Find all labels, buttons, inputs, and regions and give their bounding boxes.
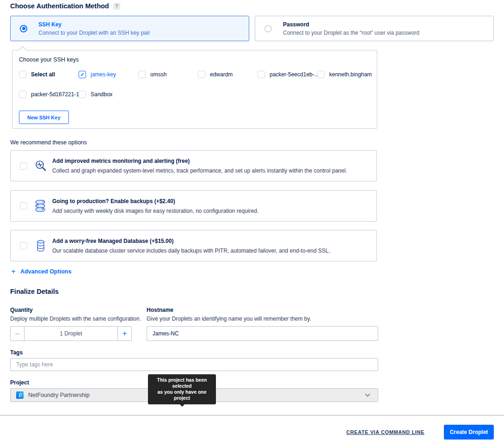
help-icon[interactable]: ? xyxy=(113,3,120,10)
checkbox-omssh[interactable] xyxy=(138,71,146,78)
checkbox-james-key[interactable] xyxy=(79,71,86,78)
checkbox-edwardm[interactable] xyxy=(198,71,205,78)
checkbox-sandbox[interactable] xyxy=(79,91,86,98)
quantity-increment-button[interactable]: + xyxy=(117,327,131,341)
ssh-key-sandbox[interactable]: Sandbox xyxy=(79,91,138,98)
option-card-backups[interactable]: Going to production? Enable backups (+$2… xyxy=(10,190,377,222)
ssh-key-grid: Select all james-key omssh edwardm packe… xyxy=(19,71,370,98)
netfoundry-logo-icon xyxy=(16,391,24,399)
checkbox-packer-5d167221[interactable] xyxy=(19,91,26,98)
password-title: Password xyxy=(283,21,419,28)
backups-description: Add security with weekly disk images for… xyxy=(52,208,258,214)
ssh-key-packer-5d167221[interactable]: packer-5d167221-1... xyxy=(19,91,79,98)
ssh-keys-label: Choose your SSH keys xyxy=(19,56,370,63)
metrics-monitoring-icon xyxy=(33,160,49,172)
create-via-command-line-link[interactable]: CREATE VIA COMMAND LINE xyxy=(346,429,424,435)
ssh-key-packer-5eecd1eb[interactable]: packer-5eecd1eb-... xyxy=(258,71,317,78)
project-tooltip: This project has been selected as you on… xyxy=(148,374,216,404)
tags-block: Tags xyxy=(10,349,504,371)
monitoring-description: Collect and graph expanded system-level … xyxy=(52,167,347,174)
checkbox-select-all[interactable] xyxy=(19,71,26,78)
quantity-description: Deploy multiple Droplets with the same c… xyxy=(10,316,147,322)
recommendations-label: We recommend these options xyxy=(10,139,504,146)
radio-password[interactable] xyxy=(264,25,272,32)
ssh-key-title: SSH Key xyxy=(38,21,150,28)
tooltip-line-1: This project has been selected xyxy=(152,377,212,389)
quantity-label: Quantity xyxy=(10,307,147,313)
quantity-decrement-button[interactable]: – xyxy=(11,327,25,341)
plus-icon: + xyxy=(11,268,16,275)
finalize-details-title: Finalize Details xyxy=(10,288,504,295)
ssh-key-description: Connect to your Droplet with an SSH key … xyxy=(38,30,150,36)
ssh-key-kenneth-bingham[interactable]: kenneth.bingham xyxy=(317,71,377,78)
advanced-options-toggle[interactable]: + Advanced Options xyxy=(11,268,504,275)
checkbox-packer-5eecd1eb[interactable] xyxy=(258,71,265,78)
tags-label: Tags xyxy=(10,349,504,356)
auth-option-ssh-key[interactable]: SSH Key Connect to your Droplet with an … xyxy=(10,16,249,41)
checkbox-kenneth-bingham[interactable] xyxy=(317,71,325,78)
auth-heading-row: Choose Authentication Method ? xyxy=(10,2,504,10)
ssh-key-select-all[interactable]: Select all xyxy=(19,71,79,78)
auth-method-row: SSH Key Connect to your Droplet with an … xyxy=(10,16,494,41)
ssh-key-edwardm[interactable]: edwardm xyxy=(198,71,258,78)
hostname-label: Hostname xyxy=(147,307,378,313)
managed-database-description: Our scalable database cluster service in… xyxy=(52,248,330,254)
chevron-down-icon xyxy=(365,391,370,396)
tags-input[interactable] xyxy=(10,358,378,371)
ssh-key-omssh[interactable]: omssh xyxy=(138,71,198,78)
auth-section-title: Choose Authentication Method xyxy=(10,2,109,10)
option-card-managed-database[interactable]: Add a worry-free Managed Database (+$15.… xyxy=(10,230,377,261)
checkbox-monitoring[interactable] xyxy=(20,162,27,170)
checkbox-managed-database[interactable] xyxy=(20,242,27,249)
quantity-value: 1 Droplet xyxy=(25,327,117,341)
panel-notch xyxy=(19,46,27,54)
monitoring-title: Add improved metrics monitoring and aler… xyxy=(52,158,347,164)
project-block: Project NetFoundry Partnership xyxy=(10,379,504,402)
tooltip-line-2: as you only have one project xyxy=(152,389,212,401)
backups-title: Going to production? Enable backups (+$2… xyxy=(52,198,258,204)
finalize-grid: Quantity Deploy multiple Droplets with t… xyxy=(10,307,504,341)
auth-option-password[interactable]: Password Connect to your Droplet as the … xyxy=(255,16,494,41)
quantity-stepper: – 1 Droplet + xyxy=(10,326,132,341)
hostname-description: Give your Droplets an identifying name y… xyxy=(147,316,378,322)
backups-icon xyxy=(33,198,49,213)
password-description: Connect to your Droplet as the “root” us… xyxy=(283,30,419,36)
radio-ssh-key[interactable] xyxy=(20,25,27,32)
create-droplet-page: Choose Authentication Method ? SSH Key C… xyxy=(0,2,504,446)
managed-database-title: Add a worry-free Managed Database (+$15.… xyxy=(52,238,330,244)
advanced-options-label: Advanced Options xyxy=(20,268,71,275)
hostname-input[interactable] xyxy=(147,326,378,341)
ssh-keys-panel: Choose your SSH keys Select all james-ke… xyxy=(12,50,377,129)
ssh-key-james-key[interactable]: james-key xyxy=(79,71,138,78)
managed-database-icon xyxy=(33,240,49,252)
footer-bar: CREATE VIA COMMAND LINE Create Droplet xyxy=(0,415,504,440)
checkbox-backups[interactable] xyxy=(20,202,27,210)
project-label: Project xyxy=(10,379,504,386)
create-droplet-button[interactable]: Create Droplet xyxy=(444,425,494,440)
new-ssh-key-button[interactable]: New SSH Key xyxy=(19,111,69,124)
option-card-monitoring[interactable]: Add improved metrics monitoring and aler… xyxy=(10,150,377,181)
